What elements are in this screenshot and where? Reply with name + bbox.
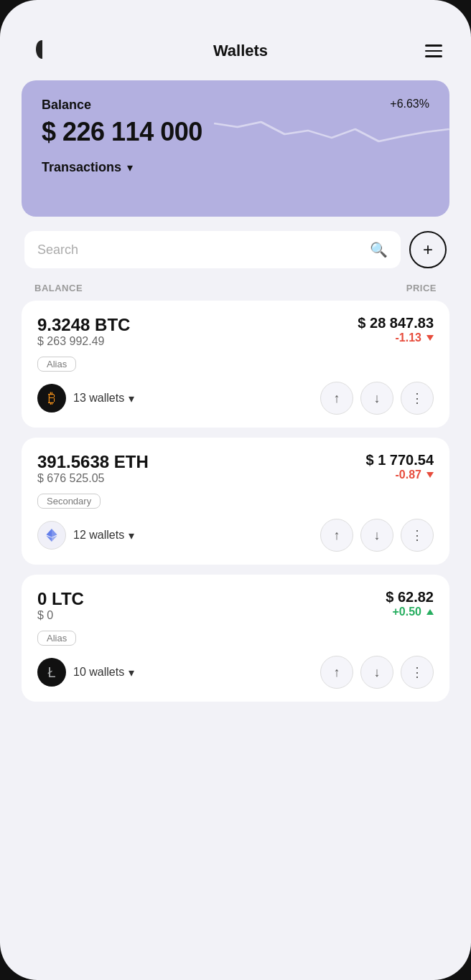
- ltc-send-button[interactable]: ↑: [320, 656, 353, 689]
- menu-button[interactable]: [425, 44, 442, 57]
- btc-change: -1.13: [396, 331, 434, 344]
- ltc-amount: 0 LTC: [37, 589, 84, 609]
- btc-amount: 9.3248 BTC: [37, 315, 130, 335]
- btc-alias[interactable]: Alias: [37, 357, 76, 372]
- btc-more-button[interactable]: ⋮: [401, 382, 434, 415]
- btc-price: $ 28 847.83: [358, 315, 434, 331]
- btc-wallets-label[interactable]: 13 wallets ▾: [73, 392, 134, 405]
- eth-wallets-label[interactable]: 12 wallets ▾: [73, 529, 134, 542]
- coin-card-ltc: 0 LTC $ 0 $ 62.82 +0.50 Alias Ł 10 walle…: [22, 575, 449, 702]
- eth-alias[interactable]: Secondary: [37, 494, 101, 509]
- ltc-logo-icon: Ł: [37, 658, 66, 687]
- up-arrow-icon: [426, 609, 434, 615]
- down-arrow-icon: [426, 472, 434, 478]
- search-icon: 🔍: [370, 241, 388, 258]
- eth-price: $ 1 770.54: [365, 452, 434, 468]
- column-headers: BALANCE PRICE: [22, 280, 449, 301]
- add-wallet-button[interactable]: +: [409, 231, 447, 268]
- balance-chart: [214, 102, 449, 159]
- eth-logo-icon: [37, 521, 66, 550]
- eth-receive-button[interactable]: ↓: [360, 519, 393, 552]
- coin-card-eth: 391.5638 ETH $ 676 525.05 $ 1 770.54 -0.…: [22, 438, 449, 565]
- coin-card-btc: 9.3248 BTC $ 263 992.49 $ 28 847.83 -1.1…: [22, 301, 449, 428]
- btc-usd: $ 263 992.49: [37, 335, 130, 348]
- page-title: Wallets: [213, 42, 268, 60]
- btc-logo-icon: ₿: [37, 384, 66, 413]
- transactions-label: Transactions: [42, 160, 121, 175]
- logo-icon: [29, 36, 56, 66]
- ltc-price: $ 62.82: [386, 589, 434, 606]
- btc-wallets-chevron-icon: ▾: [129, 392, 134, 405]
- eth-more-button[interactable]: ⋮: [401, 519, 434, 552]
- header: Wallets: [22, 29, 449, 80]
- eth-action-buttons: ↑ ↓ ⋮: [320, 519, 434, 552]
- col-price: PRICE: [406, 283, 437, 293]
- eth-amount: 391.5638 ETH: [37, 452, 149, 472]
- search-row: Search 🔍 +: [22, 231, 449, 268]
- ltc-wallets-chevron-icon: ▾: [129, 666, 134, 679]
- btc-send-button[interactable]: ↑: [320, 382, 353, 415]
- btc-action-buttons: ↑ ↓ ⋮: [320, 382, 434, 415]
- eth-usd: $ 676 525.05: [37, 472, 149, 485]
- col-balance: BALANCE: [34, 283, 83, 293]
- search-placeholder: Search: [37, 242, 363, 258]
- down-arrow-icon: [426, 335, 434, 341]
- ltc-receive-button[interactable]: ↓: [360, 656, 393, 689]
- ltc-more-button[interactable]: ⋮: [401, 656, 434, 689]
- search-bar[interactable]: Search 🔍: [24, 231, 401, 268]
- ltc-wallets-label[interactable]: 10 wallets ▾: [73, 666, 134, 679]
- ltc-usd: $ 0: [37, 609, 84, 622]
- eth-change: -0.87: [396, 468, 434, 481]
- eth-wallets-chevron-icon: ▾: [129, 529, 134, 542]
- ltc-action-buttons: ↑ ↓ ⋮: [320, 656, 434, 689]
- transactions-chevron-icon: ▾: [127, 161, 133, 174]
- balance-label: Balance: [42, 98, 91, 113]
- ltc-change: +0.50: [393, 606, 434, 618]
- svg-marker-2: [46, 529, 52, 537]
- eth-send-button[interactable]: ↑: [320, 519, 353, 552]
- ltc-alias[interactable]: Alias: [37, 631, 76, 646]
- svg-marker-1: [52, 529, 57, 537]
- balance-card: Balance +6.63% $ 226 114 000 Transaction…: [22, 80, 449, 217]
- btc-receive-button[interactable]: ↓: [360, 382, 393, 415]
- transactions-row[interactable]: Transactions ▾: [42, 160, 429, 175]
- phone-frame: Wallets Balance +6.63% $ 226 114 000 Tra…: [0, 0, 471, 980]
